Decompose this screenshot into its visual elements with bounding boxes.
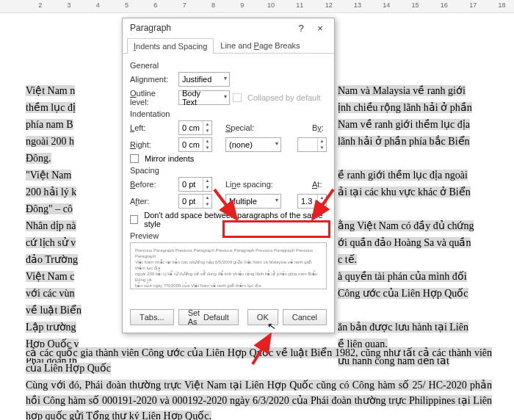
- doc-text: Nam về ranh giới thềm lục địa: [338, 119, 470, 130]
- ruler-num: 15: [412, 1, 419, 9]
- ruler-num: 16: [441, 1, 448, 9]
- after-label: After:: [130, 197, 175, 206]
- before-value: 0 pt: [182, 180, 195, 189]
- before-spin[interactable]: 0 pt▲▼: [178, 177, 212, 192]
- doc-text: lãnh hải ở phần phía bắc Biển: [338, 136, 470, 147]
- doc-text: Đông" – cô: [26, 203, 73, 214]
- collapsed-checkbox: [233, 93, 242, 102]
- doc-text: ằng Việt Nam có đầy đủ chứng: [338, 220, 474, 231]
- alignment-value: Justified: [182, 75, 211, 84]
- at-label: At:: [312, 180, 327, 189]
- ruler-num: 2: [38, 1, 42, 9]
- indent-right-value: 0 cm: [182, 140, 200, 149]
- chevron-down-icon: ▾: [275, 140, 278, 147]
- doc-text: với các vùn: [26, 288, 75, 299]
- doc-text: à quyền tài phán của mình đối: [338, 271, 467, 282]
- chevron-down-icon: ▾: [275, 197, 278, 203]
- doc-text: đảo Trường: [26, 254, 78, 265]
- doc-text: phía nam B: [26, 119, 73, 130]
- chevron-down-icon: ▾: [224, 75, 227, 82]
- tab-indents-spacing[interactable]: Indents and Spacing: [127, 38, 214, 54]
- doc-text: cứ lịch sử v: [26, 237, 76, 248]
- preview-box: Previous Paragraph Previous Paragraph Pr…: [130, 242, 327, 289]
- line-spacing-select[interactable]: Multiple▾: [225, 194, 281, 209]
- before-label: Before:: [130, 180, 175, 189]
- doc-text: ịnh chiều rộng lãnh hải ở phần: [338, 102, 472, 113]
- indent-right-spin[interactable]: 0 cm▲▼: [178, 137, 212, 152]
- mirror-checkbox[interactable]: [130, 154, 139, 163]
- ruler-num: 10: [267, 1, 275, 9]
- section-spacing: Spacing: [130, 166, 327, 175]
- close-button[interactable]: ×: [311, 23, 330, 34]
- ruler-num: 4: [96, 1, 100, 9]
- annotation-highlight: [222, 220, 330, 238]
- collapsed-label: Collapsed by default: [247, 93, 321, 102]
- doc-text: ngoài 200 h: [26, 136, 74, 147]
- doc-text: 200 hải lý k: [26, 187, 76, 198]
- ruler-num: 13: [354, 1, 361, 9]
- dialog-title: Paragraph: [130, 23, 171, 33]
- ruler-num: 12: [325, 1, 333, 9]
- no-space-checkbox[interactable]: [130, 215, 138, 224]
- doc-text: Đông.: [26, 153, 51, 164]
- cancel-button[interactable]: Cancel: [283, 309, 327, 325]
- after-value: 0 pt: [182, 197, 195, 206]
- doc-text: ề ranh giới thềm lục địa ngoài: [338, 170, 468, 181]
- after-spin[interactable]: 0 pt▲▼: [178, 194, 212, 209]
- doc-text: c tế.: [338, 254, 357, 265]
- horizontal-ruler: 2 3 4 5 6 7 8 9 10 11 12 13 14 15 16 17 …: [0, 0, 514, 13]
- at-spin[interactable]: 1.3▲▼: [297, 194, 327, 209]
- doc-text: ăn bản được lưu hành tại Liên: [338, 322, 468, 333]
- set-default-button[interactable]: Set As Default: [178, 309, 239, 325]
- doc-text: về luật Biển: [26, 305, 82, 316]
- at-value: 1.3: [301, 197, 312, 206]
- ruler-num: 8: [211, 1, 215, 9]
- line-spacing-label: Line spacing:: [225, 180, 274, 189]
- indent-left-value: 0 cm: [182, 123, 200, 132]
- paragraph-dialog: Paragraph ? × Indents and Spacing Line a…: [122, 18, 335, 333]
- ruler-num: 3: [67, 1, 70, 9]
- ruler-num: 6: [153, 1, 157, 9]
- doc-text: Cùng với đó, Phái đoàn thường trực Việt …: [26, 380, 492, 420]
- doc-text: ới quần đảo Hoàng Sa và quần: [338, 237, 471, 248]
- indent-left-spin[interactable]: 0 cm▲▼: [178, 120, 212, 135]
- dialog-titlebar[interactable]: Paragraph ? ×: [123, 18, 334, 37]
- ruler-num: 11: [296, 1, 303, 9]
- doc-text: thềm lục đị: [26, 102, 76, 113]
- chevron-down-icon: ▾: [224, 93, 227, 100]
- by-label: By:: [312, 123, 327, 132]
- doc-text: Việt Nam n: [26, 85, 75, 96]
- doc-text: Việt Nam c: [26, 271, 74, 282]
- doc-text: Nam và Malaysia về ranh giới: [338, 85, 466, 96]
- ruler-num: 18: [498, 1, 505, 9]
- alignment-select[interactable]: Justified▾: [178, 72, 230, 87]
- section-indentation: Indentation: [130, 109, 327, 118]
- doc-text: ải tại các khu vực khác ở Biển: [338, 187, 471, 198]
- ruler-num: 17: [469, 1, 477, 9]
- ruler-num: 9: [240, 1, 244, 9]
- ruler-num: 14: [383, 1, 390, 9]
- section-general: General: [130, 61, 327, 70]
- tab-line-page-breaks[interactable]: Line and Page Breaks: [214, 37, 306, 53]
- line-spacing-value: Multiple: [229, 197, 257, 206]
- outline-value: Body Text: [182, 89, 216, 106]
- indent-left-label: Left:: [130, 123, 175, 132]
- special-value: (none): [229, 140, 253, 149]
- doc-text: Công ước của Liên Hợp Quốc: [338, 288, 468, 299]
- doc-text: Lập trường: [26, 322, 76, 333]
- by-spin[interactable]: ▲▼: [297, 137, 327, 152]
- ruler-num: 5: [125, 1, 128, 9]
- tabs-button[interactable]: Tabs...: [130, 309, 174, 325]
- indent-right-label: Right:: [130, 140, 175, 149]
- alignment-label: Alignment:: [130, 75, 175, 84]
- help-button[interactable]: ?: [292, 23, 311, 34]
- mirror-label: Mirror indents: [145, 154, 194, 163]
- doc-text: "Việt Nam: [26, 170, 71, 181]
- special-label: Special:: [225, 123, 255, 132]
- doc-text: Nhân dịp nà: [26, 220, 76, 231]
- cursor-icon: ↖: [267, 319, 278, 333]
- ruler-num: 7: [183, 1, 187, 9]
- outline-select[interactable]: Body Text▾: [178, 90, 230, 105]
- special-select[interactable]: (none)▾: [225, 137, 281, 152]
- outline-label: Outline level:: [130, 89, 175, 106]
